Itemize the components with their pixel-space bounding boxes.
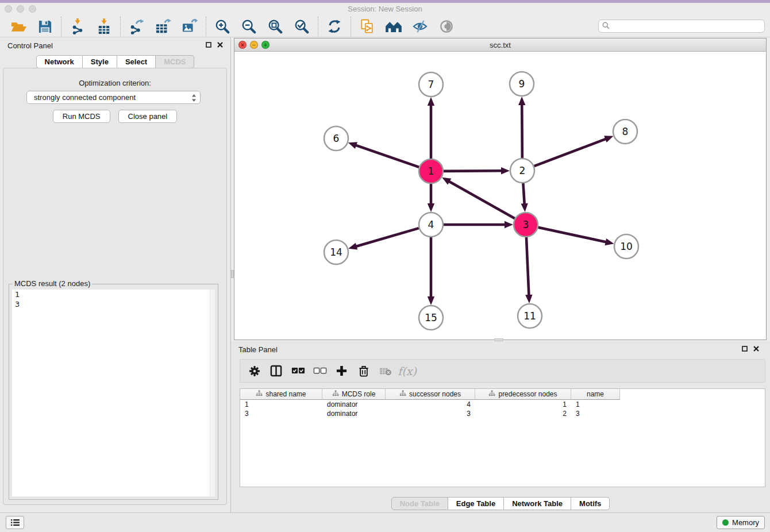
graph-node-11[interactable]: 11 [518,304,542,328]
graph-node-8[interactable]: 8 [613,119,637,144]
first-neighbors-icon[interactable] [384,17,403,36]
close-panel-icon[interactable] [217,41,224,48]
table-cell[interactable]: 3 [386,409,475,418]
tab-network-table[interactable]: Network Table [504,497,571,510]
float-table-panel-icon[interactable] [741,345,748,352]
open-file-icon[interactable] [9,17,28,36]
table-row[interactable]: 3dominator323 [240,409,765,418]
table-cell[interactable]: 1 [240,400,322,409]
edge-2-8[interactable] [534,136,614,166]
deselect-all-icon[interactable] [311,363,328,380]
graphics-detail-icon[interactable] [437,17,456,36]
table-cell[interactable]: 2 [475,409,571,418]
column-header-shared-name[interactable]: shared name [240,389,322,400]
save-session-icon[interactable] [36,17,54,36]
search-input[interactable] [612,22,761,30]
tab-node-table[interactable]: Node Table [391,497,448,510]
settings-gear-icon[interactable] [246,363,263,380]
delete-column-icon[interactable] [355,363,372,380]
column-header-mcds-role[interactable]: MCDS role [322,389,386,400]
result-scrollbar[interactable] [210,290,215,496]
task-history-button[interactable] [6,516,24,529]
search-icon [602,21,610,32]
graph-node-3[interactable]: 3 [514,213,538,237]
table-row[interactable]: 1dominator411 [240,400,765,409]
edge-3-10[interactable] [538,228,614,246]
graph-node-9[interactable]: 9 [510,72,534,96]
graph-node-15[interactable]: 15 [419,306,443,330]
export-network-icon[interactable] [128,17,146,36]
svg-text:2: 2 [519,165,526,176]
edge-4-14[interactable] [348,228,419,249]
export-image-icon[interactable] [180,17,199,36]
column-header-predecessor-nodes[interactable]: predecessor nodes [475,389,571,400]
tab-edge-table[interactable]: Edge Table [448,497,504,510]
edge-1-7[interactable] [428,97,434,159]
graph-node-6[interactable]: 6 [324,126,348,151]
zoom-selected-icon[interactable] [292,17,311,36]
result-item[interactable]: 3 [12,299,215,309]
run-mcds-button[interactable]: Run MCDS [53,110,110,123]
column-header-successor-nodes[interactable]: successor nodes [386,389,475,400]
table-cell[interactable]: 3 [571,409,620,418]
edge-3-11[interactable] [525,237,532,303]
toggle-columns-icon[interactable] [268,363,284,380]
column-header-name[interactable]: name [571,389,620,400]
edge-1-4[interactable] [428,184,434,212]
close-panel-button[interactable]: Close panel [118,110,178,123]
graph-node-4[interactable]: 4 [419,213,443,237]
svg-text:14: 14 [330,246,342,258]
edge-2-3[interactable] [521,183,528,212]
network-window-titlebar[interactable]: × − + scc.txt [234,38,766,52]
status-bar: Memory [0,512,770,532]
tab-select[interactable]: Select [117,55,156,68]
tab-network[interactable]: Network [36,55,83,68]
table-panel-header: Table Panel [231,341,770,356]
graph-node-14[interactable]: 14 [324,240,348,264]
table-cell[interactable]: 1 [571,400,620,409]
select-all-icon[interactable] [290,363,306,380]
table-cell[interactable]: 3 [240,409,322,418]
graph-node-1[interactable]: 1 [419,159,443,183]
graph-node-7[interactable]: 7 [419,72,443,97]
svg-text:10: 10 [620,241,633,252]
zoom-fit-icon[interactable] [266,17,284,36]
graph-node-10[interactable]: 10 [614,234,638,259]
apply-layout-icon[interactable] [325,17,344,36]
shared-column-icon [332,390,339,398]
edge-1-2[interactable] [444,167,510,174]
node-table: shared nameMCDS rolesuccessor nodesprede… [240,388,765,487]
float-panel-icon[interactable] [205,41,212,48]
application-window: Session: New Session Control Panel Netwo… [0,0,770,532]
duplicate-network-icon[interactable] [358,17,376,36]
table-cell[interactable]: dominator [322,400,386,409]
graph-node-2[interactable]: 2 [510,159,534,183]
edge-3-1[interactable] [442,178,515,218]
criterion-select[interactable]: strongly connected component [26,91,201,104]
table-cell[interactable]: dominator [322,409,386,418]
table-cell[interactable]: 4 [386,400,475,409]
edge-1-6[interactable] [348,142,419,167]
edge-2-9[interactable] [518,97,525,158]
close-table-panel-icon[interactable] [753,345,760,352]
tab-style[interactable]: Style [83,55,117,68]
add-column-icon[interactable] [333,363,350,380]
table-cell[interactable]: 1 [475,400,571,409]
mcds-result-list[interactable]: 13 [12,290,215,496]
result-item[interactable]: 1 [12,290,215,299]
import-table-icon[interactable] [95,17,113,36]
network-canvas[interactable]: 1234678910111415 [234,52,766,340]
network-view-window: × − + scc.txt 1234678910111415 [234,38,767,340]
tab-motifs[interactable]: Motifs [571,497,610,510]
export-table-icon[interactable] [154,17,172,36]
zoom-out-icon[interactable] [240,17,258,36]
memory-button[interactable]: Memory [717,516,765,529]
search-field[interactable] [598,20,765,33]
zoom-in-icon[interactable] [213,17,232,36]
edge-4-15[interactable] [428,237,434,305]
hide-panel-icon[interactable] [411,17,429,36]
import-network-icon[interactable] [68,17,87,36]
edge-4-3[interactable] [444,221,513,228]
delete-table-icon [377,363,394,380]
tab-mcds[interactable]: MCDS [156,55,194,68]
